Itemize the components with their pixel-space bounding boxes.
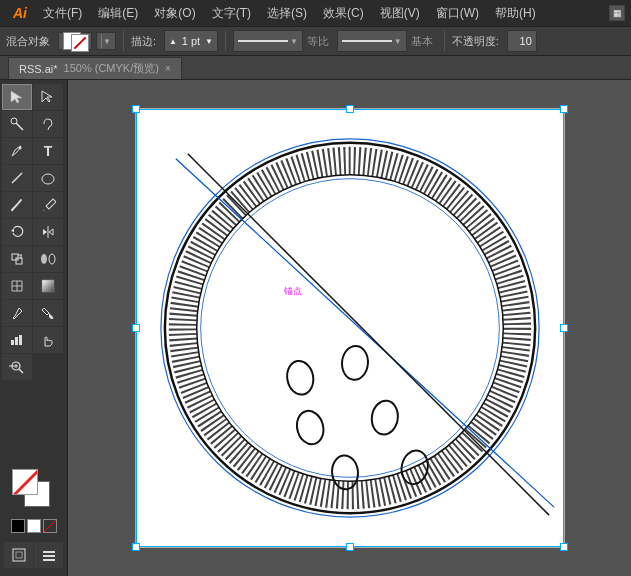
reflect-tool[interactable] [33, 219, 63, 245]
handle-bottom-left[interactable] [132, 543, 140, 551]
menu-object[interactable]: 对象(O) [147, 3, 202, 24]
rotate-icon [9, 224, 25, 240]
tool-row-10 [2, 327, 65, 353]
gradient-tool[interactable] [33, 273, 63, 299]
scale-tool[interactable] [2, 246, 32, 272]
handle-bottom-right[interactable] [560, 543, 568, 551]
menu-window[interactable]: 窗口(W) [429, 3, 486, 24]
blend-tool[interactable] [33, 246, 63, 272]
select-tool[interactable] [2, 84, 32, 110]
direct-select-tool[interactable] [33, 84, 63, 110]
tool-row-7 [2, 246, 65, 272]
stroke-value: 1 pt [179, 35, 203, 47]
scale-label: 等比 [307, 34, 329, 49]
handle-top-left[interactable] [132, 105, 140, 113]
stroke-style-solid[interactable]: ▼ [233, 30, 303, 52]
select-icon [9, 89, 25, 105]
stroke-style-basic[interactable]: ▼ [337, 30, 407, 52]
menu-text[interactable]: 文字(T) [205, 3, 258, 24]
svg-point-12 [41, 254, 47, 264]
bar-chart-tool[interactable] [2, 327, 32, 353]
color-swatches [2, 463, 65, 537]
svg-rect-20 [42, 280, 54, 292]
ellipse-tool[interactable] [33, 165, 63, 191]
eyedropper-icon [9, 305, 25, 321]
type-tool[interactable]: T [33, 138, 63, 164]
handle-mid-left[interactable] [132, 324, 140, 332]
lasso-tool[interactable] [33, 111, 63, 137]
extra-tool[interactable] [34, 542, 63, 568]
svg-rect-6 [46, 199, 56, 209]
svg-point-3 [19, 147, 22, 150]
mesh-tool[interactable] [2, 273, 32, 299]
menu-effect[interactable]: 效果(C) [316, 3, 371, 24]
handle-top-right[interactable] [560, 105, 568, 113]
svg-rect-35 [43, 559, 55, 561]
blend-icon [40, 251, 56, 267]
tab-filename: RSS.ai* [19, 63, 58, 75]
main-content: T [0, 80, 631, 576]
handle-top-center[interactable] [346, 105, 354, 113]
menu-select[interactable]: 选择(S) [260, 3, 314, 24]
line-tool[interactable] [2, 165, 32, 191]
handle-bottom-center[interactable] [346, 543, 354, 551]
handle-mid-right[interactable] [560, 324, 568, 332]
artboard-row [4, 542, 63, 568]
hand-tool[interactable] [33, 327, 63, 353]
tool-row-9 [2, 300, 65, 326]
workspace-icon[interactable]: ▦ [609, 5, 625, 21]
mesh-icon [9, 278, 25, 294]
fill-swatch[interactable] [12, 469, 38, 495]
anchor-label: 锚点 [284, 285, 302, 298]
svg-line-26 [19, 369, 23, 373]
svg-rect-23 [15, 337, 18, 345]
separator-3 [444, 31, 445, 51]
gradient-icon [40, 278, 56, 294]
rotate-tool[interactable] [2, 219, 32, 245]
tool-row-3: T [2, 138, 65, 164]
black-swatch[interactable] [11, 519, 25, 533]
opacity-input[interactable]: 10 [507, 30, 537, 52]
zoom-tool[interactable] [2, 354, 32, 380]
svg-point-13 [49, 254, 55, 264]
mini-swatches [6, 519, 61, 533]
hand-icon [40, 332, 56, 348]
opacity-value: 10 [512, 35, 532, 47]
white-swatch[interactable] [27, 519, 41, 533]
none-swatch[interactable] [43, 519, 57, 533]
svg-point-5 [42, 174, 54, 184]
direct-select-icon [40, 89, 56, 105]
brush-tool[interactable] [2, 192, 32, 218]
menu-view[interactable]: 视图(V) [373, 3, 427, 24]
svg-line-29 [13, 470, 38, 495]
menu-file[interactable]: 文件(F) [36, 3, 89, 24]
basic-label: 基本 [411, 34, 433, 49]
tool-row-5 [2, 192, 65, 218]
eyedropper-tool[interactable] [2, 300, 32, 326]
magic-wand-tool[interactable] [2, 111, 32, 137]
document-tab[interactable]: RSS.ai* 150% (CMYK/预览) × [8, 57, 182, 79]
chevron-down-icon: ▼ [205, 37, 213, 46]
pen-icon [9, 143, 25, 159]
menu-help[interactable]: 帮助(H) [488, 3, 543, 24]
stroke-weight-input[interactable]: ▲ 1 pt ▼ [164, 30, 218, 52]
menu-edit[interactable]: 编辑(E) [91, 3, 145, 24]
tab-close-button[interactable]: × [165, 63, 171, 74]
toolbar: 混合对象 ▼ ▼ 描边: ▲ 1 pt ▼ ▼ 等比 ▼ 基本 不透明度: 10 [0, 26, 631, 56]
chevron-up-icon: ▲ [169, 37, 177, 46]
tool-row-6 [2, 219, 65, 245]
stroke-color-control[interactable]: ▼ [58, 32, 92, 50]
ellipse-icon [40, 170, 56, 186]
paint-bucket-tool[interactable] [33, 300, 63, 326]
artboard-tool[interactable] [4, 542, 33, 568]
fill-stroke-swatches[interactable] [9, 469, 59, 515]
tab-mode: 150% (CMYK/预览) [64, 61, 159, 76]
object-type-label: 混合对象 [6, 34, 50, 49]
pencil-tool[interactable] [33, 192, 63, 218]
pen-tool[interactable] [2, 138, 32, 164]
svg-rect-8 [12, 254, 18, 260]
svg-rect-34 [43, 555, 55, 557]
lasso-icon [40, 116, 56, 132]
stroke-weight-box[interactable]: ▼ [96, 32, 116, 50]
line-icon [9, 170, 25, 186]
